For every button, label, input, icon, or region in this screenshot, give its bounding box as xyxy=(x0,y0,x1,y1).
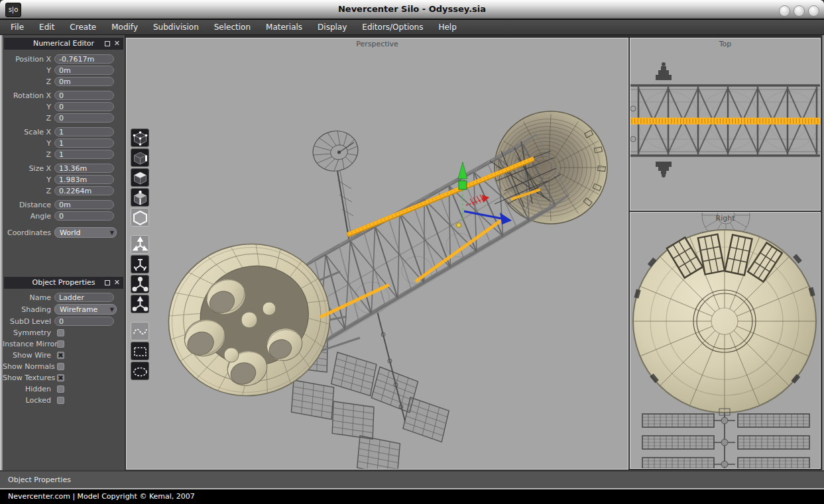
menu-modify[interactable]: Modify xyxy=(111,23,138,32)
show-textures-label: Show Textures xyxy=(3,374,54,382)
size-x-label: Size X xyxy=(3,164,54,173)
menu-file[interactable]: File xyxy=(11,23,24,32)
antenna-dish xyxy=(310,127,362,242)
right-canvas[interactable] xyxy=(630,213,820,468)
top-viewport[interactable]: Top xyxy=(630,38,821,211)
shading-dropdown[interactable]: Wireframe ▼ xyxy=(54,304,117,315)
solar-panels-right-view xyxy=(642,414,809,468)
symmetry-label: Symmetry xyxy=(3,328,54,337)
menu-edit[interactable]: Edit xyxy=(39,23,54,32)
position-x-field[interactable] xyxy=(54,54,114,64)
window-button-2[interactable] xyxy=(794,5,805,17)
manipulator-toolbar xyxy=(131,235,149,313)
lasso-select-icon[interactable] xyxy=(131,322,149,340)
manipulator-origin[interactable] xyxy=(457,223,461,228)
left-panel-column: Numerical Editor ✕ Position X Y Z Rotati… xyxy=(3,35,125,470)
menu-bar: File Edit Create Modify Subdivision Sele… xyxy=(0,20,824,35)
locked-checkbox[interactable] xyxy=(57,397,64,404)
subd-level-label: SubD Level xyxy=(3,317,54,326)
shading-value: Wireframe xyxy=(60,305,97,314)
rectangle-select-icon[interactable] xyxy=(131,342,149,360)
x-axis-arrow[interactable] xyxy=(466,195,489,205)
object-properties-body: Name Shading Wireframe ▼ SubD Level Symm… xyxy=(3,292,125,406)
minimize-icon[interactable] xyxy=(105,280,110,285)
coordinates-label: Coordinates xyxy=(3,228,54,237)
scale-x-field[interactable] xyxy=(54,127,114,136)
instance-mirror-checkbox[interactable] xyxy=(57,340,64,348)
universal-manipulator-icon[interactable] xyxy=(131,295,149,313)
name-label: Name xyxy=(3,293,54,302)
minimize-icon[interactable] xyxy=(105,41,110,46)
symmetry-checkbox[interactable] xyxy=(57,329,64,336)
top-canvas[interactable] xyxy=(630,38,820,210)
face-mode-icon[interactable] xyxy=(131,168,149,187)
show-normals-checkbox[interactable] xyxy=(57,363,64,370)
move-tool-icon[interactable] xyxy=(131,235,149,254)
right-viewport-label: Right xyxy=(630,214,820,223)
status-bar: Object Properties xyxy=(0,470,824,488)
menu-materials[interactable]: Materials xyxy=(266,23,302,32)
status-text: Object Properties xyxy=(8,476,71,484)
scale-y-field[interactable] xyxy=(54,138,114,148)
rotation-x-field[interactable] xyxy=(54,91,114,100)
vertex-mode-icon[interactable] xyxy=(131,128,149,147)
position-z-field[interactable] xyxy=(54,77,114,86)
angle-label: Angle xyxy=(3,212,54,221)
subd-level-field[interactable] xyxy=(54,317,114,326)
hidden-checkbox[interactable] xyxy=(57,385,64,393)
rotation-z-field[interactable] xyxy=(54,113,114,123)
menu-display[interactable]: Display xyxy=(318,23,347,32)
perspective-viewport[interactable]: Perspective xyxy=(126,38,628,470)
numerical-editor-title: Numerical Editor xyxy=(33,39,94,48)
rotate-tool-icon[interactable] xyxy=(131,255,149,274)
perspective-viewport-label: Perspective xyxy=(127,40,628,48)
show-wire-label: Show Wire xyxy=(3,351,54,360)
z-axis-arrow[interactable] xyxy=(500,213,512,225)
scale-y-label: Y xyxy=(3,139,54,148)
multi-mode-icon[interactable] xyxy=(131,188,149,207)
y-axis-handle[interactable] xyxy=(459,181,467,189)
size-y-label: Y xyxy=(3,176,54,184)
edge-mode-icon[interactable] xyxy=(131,148,149,167)
paint-select-icon[interactable] xyxy=(131,362,149,380)
numerical-editor-header: Numerical Editor ✕ xyxy=(4,38,123,50)
show-wire-checkbox[interactable]: ✖ xyxy=(57,352,64,359)
menu-help[interactable]: Help xyxy=(438,23,456,32)
close-icon[interactable]: ✕ xyxy=(114,277,120,289)
scale-tool-icon[interactable] xyxy=(131,275,149,293)
window-title: Nevercenter Silo - Odyssey.sia xyxy=(0,4,824,14)
position-y-field[interactable] xyxy=(54,66,114,75)
size-y-field[interactable] xyxy=(54,175,114,184)
name-field[interactable] xyxy=(54,293,114,302)
selection-mode-toolbar xyxy=(131,128,149,227)
footer-bar: Nevercenter.com | Model Copyright © Kema… xyxy=(0,489,824,504)
object-mode-icon[interactable] xyxy=(131,208,149,227)
coordinates-dropdown[interactable]: World ▼ xyxy=(54,227,117,238)
window-button-3[interactable] xyxy=(808,5,819,17)
rotation-y-label: Y xyxy=(3,103,54,111)
right-viewport[interactable]: Right xyxy=(630,212,821,469)
close-icon[interactable]: ✕ xyxy=(114,38,120,50)
size-z-field[interactable] xyxy=(54,186,114,195)
y-axis-arrow[interactable] xyxy=(458,162,467,179)
window-button-1[interactable] xyxy=(779,5,790,17)
scale-z-field[interactable] xyxy=(54,150,114,159)
perspective-canvas[interactable] xyxy=(127,38,628,469)
show-textures-checkbox[interactable]: ✖ xyxy=(57,374,64,381)
chevron-down-icon: ▼ xyxy=(110,230,114,236)
menu-subdivision[interactable]: Subdivision xyxy=(153,23,199,32)
menu-editors-options[interactable]: Editors/Options xyxy=(362,23,423,32)
rotation-y-field[interactable] xyxy=(54,102,114,111)
top-viewport-label: Top xyxy=(630,40,820,48)
angle-field[interactable] xyxy=(54,211,114,221)
distance-field[interactable] xyxy=(54,200,114,209)
rotation-z-label: Z xyxy=(3,114,54,123)
instance-mirror-label: Instance Mirror xyxy=(3,340,54,348)
menu-selection[interactable]: Selection xyxy=(214,23,251,32)
footer-text: Nevercenter.com | Model Copyright © Kema… xyxy=(8,492,195,501)
size-x-field[interactable] xyxy=(54,164,114,173)
chevron-down-icon: ▼ xyxy=(110,307,114,313)
object-properties-title: Object Properties xyxy=(32,278,95,287)
hidden-label: Hidden xyxy=(3,385,54,393)
menu-create[interactable]: Create xyxy=(70,23,96,32)
